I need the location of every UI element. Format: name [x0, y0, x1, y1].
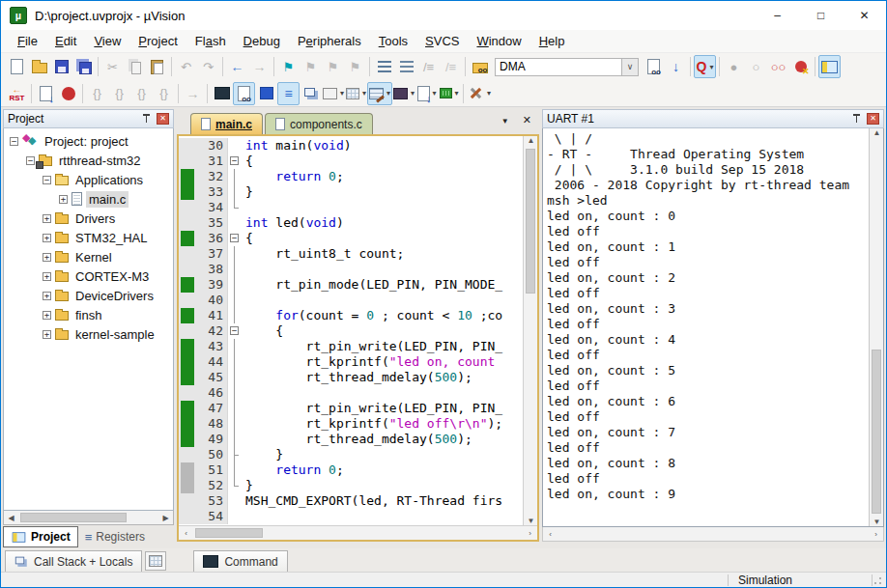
prev-bookmark-button[interactable]: ⚑	[322, 55, 344, 78]
close-panel-icon[interactable]: ✕	[157, 113, 169, 125]
fold-collapse-icon[interactable]: −	[230, 234, 239, 242]
uart-horizontal-scrollbar[interactable]: ‹ ›	[542, 527, 884, 542]
scroll-down-icon[interactable]: ▼	[524, 517, 537, 525]
tree-item-main-c[interactable]: +main.c	[4, 189, 173, 209]
minimize-button[interactable]: –	[756, 2, 799, 30]
new-file-button[interactable]	[6, 55, 28, 78]
call-stack-tab[interactable]: Call Stack + Locals	[5, 550, 142, 572]
dropdown-arrow-icon[interactable]: ▾	[411, 89, 415, 98]
menu-help[interactable]: Help	[530, 31, 574, 52]
reset-button[interactable]: RST	[6, 82, 28, 105]
open-file-button[interactable]	[28, 55, 50, 78]
configuration-button[interactable]	[818, 55, 841, 78]
close-tab-icon[interactable]: ✕	[523, 114, 531, 126]
step-button[interactable]: {}	[86, 82, 108, 105]
enable-breakpoint-button[interactable]: ○	[745, 55, 767, 78]
run-to-cursor-button[interactable]: {}	[153, 82, 175, 105]
unindent-button[interactable]	[395, 55, 417, 78]
show-next-statement-button[interactable]: →	[182, 82, 204, 105]
menu-tools[interactable]: Tools	[370, 31, 416, 52]
undo-button[interactable]: ↶	[175, 55, 197, 78]
tree-expander-icon[interactable]: +	[59, 195, 68, 204]
tree-expander-icon[interactable]: +	[43, 214, 51, 223]
menu-project[interactable]: Project	[129, 31, 186, 52]
menu-flash[interactable]: Flash	[186, 31, 235, 52]
copy-button[interactable]	[124, 55, 146, 78]
tree-item-kernel[interactable]: +Kernel	[4, 247, 173, 266]
menu-view[interactable]: View	[85, 31, 129, 52]
memory-windows-button[interactable]: ▾	[345, 82, 367, 105]
dropdown-arrow-icon[interactable]: ▾	[455, 89, 459, 98]
scroll-up-icon[interactable]: ▲	[870, 128, 884, 137]
editor-vertical-scrollbar[interactable]: ▲ ▼	[523, 136, 537, 525]
system-viewer-button[interactable]: ▾	[415, 82, 438, 105]
tree-expander-icon[interactable]: +	[43, 234, 51, 242]
tab-main-c[interactable]: main.c	[190, 113, 263, 134]
run-button[interactable]	[35, 82, 57, 105]
pin-icon[interactable]	[852, 113, 861, 125]
tree-item-devicedrivers[interactable]: +DeviceDrivers	[4, 286, 173, 305]
paste-button[interactable]	[146, 55, 168, 78]
menu-debug[interactable]: Debug	[235, 31, 289, 52]
scroll-right-icon[interactable]: ›	[523, 529, 537, 538]
tree-expander-icon[interactable]: +	[43, 311, 51, 320]
tree-item-kernel-sample[interactable]: +kernel-sample	[4, 324, 173, 344]
tree-expander-icon[interactable]: −	[10, 137, 18, 146]
scroll-left-icon[interactable]: ◀	[4, 514, 18, 522]
grid-window-button[interactable]	[145, 551, 166, 571]
symbol-window-button[interactable]	[255, 82, 277, 105]
scroll-right-icon[interactable]: ▶	[158, 514, 173, 522]
toggle-bookmark-button[interactable]: ⚑	[277, 55, 300, 78]
find-in-files-button[interactable]	[469, 55, 491, 78]
comment-button[interactable]: /≡	[417, 55, 440, 78]
close-panel-icon[interactable]: ✕	[867, 113, 879, 125]
step-out-button[interactable]: {}	[130, 82, 153, 105]
serial-windows-button[interactable]: ≡	[277, 82, 300, 105]
resize-grip[interactable]	[873, 574, 886, 586]
disassembly-window-button[interactable]	[233, 82, 255, 105]
tab-components-c[interactable]: components.c	[265, 113, 373, 134]
dropdown-arrow-icon[interactable]: ▾	[433, 89, 437, 98]
tree-item-finsh[interactable]: +finsh	[4, 305, 173, 324]
scroll-thumb[interactable]	[195, 528, 263, 538]
cut-button[interactable]: ✂	[101, 55, 124, 78]
code-text[interactable]: 30int main(void)31−{32 return 0;33}3435i…	[179, 136, 523, 525]
fold-collapse-icon[interactable]: −	[230, 156, 239, 165]
search-input[interactable]	[495, 58, 622, 76]
tree-item-drivers[interactable]: +Drivers	[4, 209, 173, 228]
uart-vertical-scrollbar[interactable]: ▲ ▼	[869, 128, 883, 526]
pin-icon[interactable]	[142, 113, 151, 125]
project-horizontal-scrollbar[interactable]: ◀ ▶	[3, 511, 174, 525]
scroll-left-icon[interactable]: ‹	[179, 529, 193, 538]
tree-item-stm32-hal[interactable]: +STM32_HAL	[4, 228, 173, 247]
tree-expander-icon[interactable]: −	[26, 156, 35, 165]
tree-item-rtthread-stm32[interactable]: −rtthread-stm32	[4, 151, 173, 170]
fold-collapse-icon[interactable]: −	[230, 326, 239, 335]
tree-item-cortex-m3[interactable]: +CORTEX-M3	[4, 266, 173, 286]
scroll-up-icon[interactable]: ▲	[524, 136, 537, 145]
tree-expander-icon[interactable]: −	[43, 176, 51, 184]
scroll-thumb[interactable]	[872, 350, 881, 514]
dropdown-arrow-icon[interactable]: ▾	[340, 89, 344, 98]
bottom-tab-project[interactable]: Project	[3, 526, 78, 547]
save-all-button[interactable]	[72, 55, 95, 78]
stop-button[interactable]	[57, 82, 79, 105]
scroll-right-icon[interactable]: ›	[869, 530, 883, 539]
dropdown-arrow-icon[interactable]: ▾	[487, 89, 491, 98]
menu-window[interactable]: Window	[468, 31, 529, 52]
uart-terminal[interactable]: \ | /- RT - Thread Operating System / | …	[542, 128, 884, 527]
combo-dropdown-icon[interactable]: ∨	[622, 58, 639, 76]
save-button[interactable]	[50, 55, 72, 78]
next-bookmark-button[interactable]: ⚑	[300, 55, 322, 78]
tree-expander-icon[interactable]: +	[43, 272, 51, 281]
scroll-thumb[interactable]	[20, 513, 127, 522]
analysis-windows-button[interactable]	[300, 82, 322, 105]
menu-svcs[interactable]: SVCS	[416, 31, 468, 52]
dropdown-arrow-icon[interactable]: ▾	[709, 63, 713, 71]
kill-all-breakpoints-button[interactable]	[789, 55, 812, 78]
clear-bookmarks-button[interactable]: ⚑	[344, 55, 366, 78]
tree-item-project-project[interactable]: −Project: project	[4, 131, 173, 151]
dropdown-arrow-icon[interactable]: ▾	[362, 89, 366, 98]
step-over-button[interactable]: {}	[108, 82, 130, 105]
scroll-left-icon[interactable]: ‹	[543, 530, 558, 539]
